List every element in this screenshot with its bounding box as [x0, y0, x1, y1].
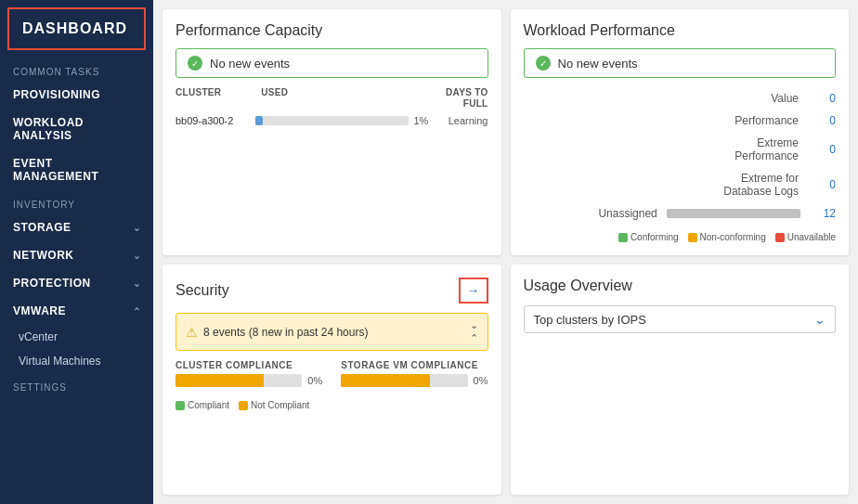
performance-no-events-text: No new events — [210, 57, 290, 71]
sidebar-sub-item-vms[interactable]: Virtual Machines — [0, 349, 153, 373]
unavailable-dot — [775, 233, 785, 242]
wp-value-extreme-db: 0 — [808, 178, 836, 191]
cluster-pct: 1% — [414, 115, 433, 126]
sort-up-arrow[interactable]: ⌃ — [470, 332, 478, 344]
storage-vm-compliance-pct: 0% — [474, 375, 488, 386]
cluster-compliance-bar-bg — [176, 374, 302, 387]
workload-performance-title: Workload Performance — [524, 22, 837, 39]
sort-down-arrow[interactable]: ⌄ — [470, 319, 478, 331]
chevron-right-icon: ⌄ — [133, 251, 141, 261]
events-text: 8 events (8 new in past 24 hours) — [203, 326, 368, 339]
security-events-alert: ⚠ 8 events (8 new in past 24 hours) ⌄ ⌃ — [176, 313, 488, 351]
wp-row-value: Value 0 — [524, 87, 837, 110]
security-legend: Compliant Not Compliant — [176, 400, 488, 410]
security-card-header: Security → — [176, 278, 488, 304]
chevron-down-icon: ⌄ — [814, 312, 826, 327]
cluster-compliance-pct: 0% — [307, 375, 322, 386]
wp-label-value: Value — [524, 92, 809, 105]
performance-capacity-card: Performance Capacity ✓ No new events CLU… — [162, 9, 501, 255]
wp-value-unassigned: 12 — [808, 207, 836, 220]
storage-vm-compliance-bar-row: 0% — [341, 374, 488, 387]
unassigned-bar — [667, 209, 800, 218]
cluster-compliance-bar-row: 0% — [176, 374, 322, 387]
legend-compliant: Compliant — [176, 400, 229, 410]
wp-value-extreme-performance: 0 — [808, 143, 836, 156]
top-row: Performance Capacity ✓ No new events CLU… — [162, 9, 849, 255]
perf-table-header: CLUSTER USED DAYS TO FULL — [176, 87, 488, 110]
workload-no-events-text: No new events — [558, 57, 638, 71]
common-tasks-label: COMMON TASKS — [0, 58, 153, 81]
security-card: Security → ⚠ 8 events (8 new in past 24 … — [162, 265, 501, 495]
legend-conforming: Conforming — [618, 232, 679, 242]
not-compliant-dot — [239, 401, 248, 410]
sidebar-sub-item-vcenter[interactable]: vCenter — [0, 325, 153, 349]
dashboard-logo[interactable]: DASHBOARD — [7, 7, 146, 50]
chevron-right-icon: ⌄ — [133, 223, 141, 233]
wp-green-check-icon: ✓ — [536, 56, 551, 71]
wp-label-unassigned: Unassigned — [524, 207, 667, 220]
wp-row-extreme-db: Extreme for Database Logs 0 — [524, 167, 837, 202]
usage-overview-card: Usage Overview Top clusters by IOPS ⌄ — [511, 265, 850, 495]
legend-not-compliant: Not Compliant — [239, 400, 309, 410]
security-arrow-button[interactable]: → — [459, 278, 488, 304]
main-content: Performance Capacity ✓ No new events CLU… — [153, 0, 858, 504]
performance-no-events-banner: ✓ No new events — [176, 48, 488, 78]
chevron-up-icon: ⌃ — [133, 306, 141, 317]
conforming-dot — [618, 233, 628, 242]
alert-icon: ⚠ — [186, 325, 198, 340]
chevron-right-icon: ⌄ — [133, 278, 141, 289]
wp-legend: Conforming Non-conforming Unavailable — [524, 232, 837, 242]
sidebar-item-protection[interactable]: PROTECTION ⌄ — [0, 269, 153, 297]
sidebar-item-event-management[interactable]: EVENT MANAGEMENT — [0, 149, 153, 190]
security-title: Security — [176, 282, 229, 299]
wp-label-extreme-performance: Extreme Performance — [524, 136, 809, 162]
wp-label-extreme-db: Extreme for Database Logs — [524, 172, 809, 198]
col-used-header: USED — [261, 87, 432, 110]
legend-unavailable: Unavailable — [775, 232, 836, 242]
compliant-dot — [176, 401, 185, 410]
workload-performance-card: Workload Performance ✓ No new events Val… — [511, 9, 850, 255]
cluster-compliance-block: CLUSTER COMPLIANCE 0% — [176, 360, 322, 387]
cluster-compliance-bar-fill — [176, 374, 264, 387]
inventory-label: INVENTORY — [0, 190, 153, 213]
cluster-compliance-label: CLUSTER COMPLIANCE — [176, 360, 322, 370]
non-conforming-dot — [688, 233, 697, 242]
sidebar-item-provisioning[interactable]: PROVISIONING — [0, 81, 153, 109]
sidebar: DASHBOARD COMMON TASKS PROVISIONING WORK… — [0, 0, 153, 504]
wp-row-performance: Performance 0 — [524, 110, 837, 132]
performance-capacity-title: Performance Capacity — [176, 22, 488, 39]
col-cluster-header: CLUSTER — [176, 87, 261, 110]
usage-dropdown-label: Top clusters by IOPS — [534, 313, 646, 327]
workload-no-events-banner: ✓ No new events — [524, 48, 837, 78]
sidebar-item-vmware[interactable]: VMWARE ⌃ — [0, 297, 153, 325]
cluster-name: bb09-a300-2 — [176, 115, 250, 126]
bottom-row: Security → ⚠ 8 events (8 new in past 24 … — [162, 265, 849, 495]
sidebar-item-storage[interactable]: STORAGE ⌄ — [0, 213, 153, 241]
usage-dropdown[interactable]: Top clusters by IOPS ⌄ — [524, 305, 837, 333]
storage-vm-compliance-bar-fill — [341, 374, 429, 387]
sidebar-item-workload-analysis[interactable]: WORKLOAD ANALYSIS — [0, 109, 153, 149]
cluster-progress-bar — [255, 116, 409, 125]
storage-vm-compliance-label: STORAGE VM COMPLIANCE — [341, 360, 488, 370]
wp-row-unassigned: Unassigned 12 — [524, 202, 837, 225]
green-check-icon: ✓ — [188, 56, 202, 71]
compliance-section: CLUSTER COMPLIANCE 0% STORAGE VM COMPLIA… — [176, 360, 488, 387]
wp-value-performance: 0 — [808, 114, 836, 127]
cluster-status: Learning — [433, 115, 488, 126]
storage-vm-compliance-bar-bg — [341, 374, 467, 387]
perf-table-row: bb09-a300-2 1% Learning — [176, 115, 488, 126]
storage-vm-compliance-block: STORAGE VM COMPLIANCE 0% — [341, 360, 488, 387]
settings-label: SETTINGS — [0, 373, 153, 396]
wp-row-extreme-performance: Extreme Performance 0 — [524, 132, 837, 167]
col-days-header: DAYS TO FULL — [433, 87, 488, 110]
wp-label-performance: Performance — [524, 114, 809, 127]
cluster-progress-fill — [255, 116, 263, 125]
usage-overview-title: Usage Overview — [524, 278, 837, 294]
sort-arrows[interactable]: ⌄ ⌃ — [470, 319, 478, 344]
legend-non-conforming: Non-conforming — [688, 232, 766, 242]
wp-value-value: 0 — [808, 92, 836, 105]
sidebar-item-network[interactable]: NETWORK ⌄ — [0, 241, 153, 269]
